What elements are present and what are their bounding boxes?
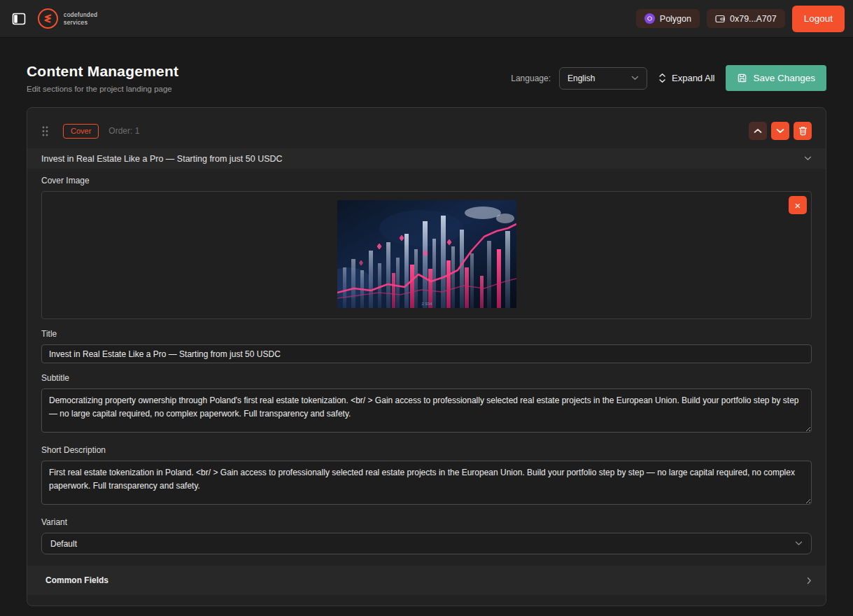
variant-selected-value: Default: [50, 539, 77, 549]
delete-section-button[interactable]: [794, 122, 812, 140]
wallet-address-badge[interactable]: 0x79...A707: [707, 9, 785, 28]
variant-label: Variant: [41, 517, 812, 527]
short-description-textarea[interactable]: First real estate tokenization in Poland…: [41, 461, 812, 505]
move-up-button[interactable]: [749, 122, 767, 140]
trash-icon: [798, 126, 808, 136]
brand[interactable]: codefunded services: [38, 8, 97, 29]
language-select[interactable]: English: [559, 67, 647, 90]
wallet-icon: [715, 14, 725, 23]
title-label: Title: [41, 329, 812, 339]
chevron-down-icon: [776, 128, 784, 134]
polygon-icon: [644, 13, 655, 24]
subtitle-label: Subtitle: [41, 373, 812, 383]
network-label: Polygon: [660, 14, 691, 24]
sidebar-panel-icon: [12, 12, 26, 26]
subtitle-textarea[interactable]: Democratizing property ownership through…: [41, 388, 812, 433]
chevron-up-icon: [754, 128, 762, 134]
common-fields-label: Common Fields: [45, 575, 108, 585]
section-type-badge: Cover: [63, 124, 99, 139]
chevron-down-icon: [795, 541, 803, 546]
close-icon: ×: [795, 200, 801, 211]
variant-select[interactable]: Default: [41, 533, 812, 554]
expand-all-button[interactable]: Expand All: [658, 73, 714, 83]
main-content: Content Management Edit sections for the…: [0, 63, 853, 606]
cover-image-label: Cover Image: [41, 176, 812, 186]
unfold-vertical-icon: [658, 73, 666, 83]
card-header: Cover Order: 1: [27, 108, 826, 140]
section-card-cover: Cover Order: 1: [27, 107, 826, 606]
sidebar-toggle-button[interactable]: [8, 8, 29, 29]
move-down-button[interactable]: [771, 122, 789, 140]
common-fields-toggle[interactable]: Common Fields: [27, 566, 826, 595]
language-label: Language:: [511, 74, 551, 83]
remove-image-button[interactable]: ×: [789, 196, 807, 214]
save-changes-label: Save Changes: [753, 73, 815, 83]
page-header: Content Management Edit sections for the…: [27, 63, 826, 93]
short-description-label: Short Description: [41, 445, 812, 455]
cover-image: 2 934: [337, 200, 516, 311]
title-input[interactable]: [41, 344, 812, 363]
expand-all-label: Expand All: [672, 73, 714, 83]
section-order: Order: 1: [108, 126, 139, 136]
codefunded-logo-icon: [38, 8, 58, 29]
page-title: Content Management: [27, 63, 178, 80]
wallet-address: 0x79...A707: [730, 14, 777, 24]
logout-button[interactable]: Logout: [792, 6, 845, 32]
chevron-down-icon: [631, 76, 639, 80]
topbar: codefunded services Polygon 0x79...A707 …: [0, 0, 853, 38]
section-collapsed-title: Invest in Real Estate Like a Pro — Start…: [41, 154, 283, 164]
svg-text:2 934: 2 934: [421, 302, 432, 306]
save-changes-button[interactable]: Save Changes: [726, 65, 826, 91]
save-icon: [737, 73, 747, 83]
drag-handle[interactable]: [41, 125, 49, 137]
chevron-down-icon: [804, 156, 812, 161]
language-selected-value: English: [568, 74, 595, 83]
cover-image-frame: 2 934 ×: [41, 191, 812, 319]
brand-name: codefunded services: [64, 11, 97, 26]
network-badge[interactable]: Polygon: [636, 9, 700, 28]
section-collapse-header[interactable]: Invest in Real Estate Like a Pro — Start…: [27, 148, 826, 169]
page-subtitle: Edit sections for the project landing pa…: [27, 85, 178, 93]
chevron-right-icon: [807, 577, 812, 584]
